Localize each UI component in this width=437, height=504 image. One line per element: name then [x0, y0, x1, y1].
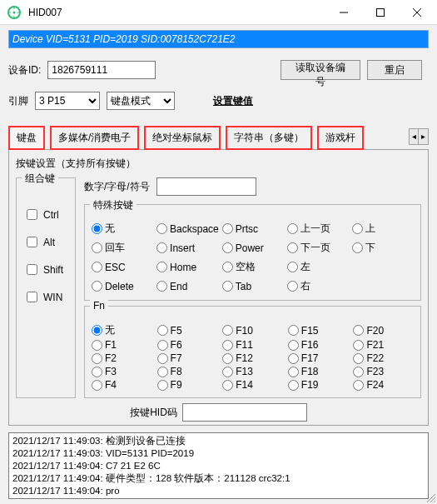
special-radio[interactable]: 左: [287, 260, 349, 274]
fn-radio[interactable]: F14: [222, 379, 283, 391]
special-radio[interactable]: End: [156, 279, 219, 293]
fn-radio[interactable]: F2: [92, 352, 152, 364]
special-radio[interactable]: 下一页: [287, 241, 349, 255]
tabstrip: 键盘 多媒体/消费电子 绝对坐标鼠标 字符串（多键） 游戏杆: [8, 125, 429, 150]
fn-radio[interactable]: F17: [288, 352, 349, 364]
fn-radio[interactable]: F24: [353, 379, 414, 391]
reboot-button[interactable]: 重启: [367, 60, 422, 80]
special-radio[interactable]: Home: [156, 260, 219, 274]
special-radio: [352, 260, 414, 274]
fn-radio[interactable]: F1: [92, 339, 152, 351]
device-id-label: 设备ID:: [8, 63, 41, 77]
fn-radio[interactable]: F3: [92, 366, 152, 377]
special-radio[interactable]: 上一页: [287, 222, 349, 236]
app-icon: [5, 3, 23, 22]
fn-group: Fn 无F5F10F15F20F1F6F11F16F21F2F7F12F17F2…: [84, 306, 421, 398]
fn-radio[interactable]: F18: [288, 366, 349, 377]
modifier-win[interactable]: WIN: [23, 289, 68, 305]
close-button[interactable]: [399, 1, 435, 24]
tab-multimedia[interactable]: 多媒体/消费电子: [50, 126, 139, 150]
fn-radio[interactable]: F16: [288, 339, 349, 351]
special-radio[interactable]: Tab: [222, 279, 284, 293]
modifier-group: 组合键 Ctrl Alt Shift WIN: [16, 177, 76, 398]
special-legend: 特殊按键: [90, 198, 137, 212]
special-radio[interactable]: Backspace: [156, 222, 219, 236]
fn-radio[interactable]: F9: [157, 379, 218, 391]
tab-content: 按键设置（支持所有按键） 组合键 Ctrl Alt Shift WIN 数字/字…: [8, 150, 429, 426]
log-line: 2021/12/17 11:49:03: 检测到设备已连接: [12, 435, 425, 447]
tab-keyboard[interactable]: 键盘: [8, 126, 45, 150]
hid-label: 按键HID码: [130, 406, 177, 420]
window-title: HID007: [28, 7, 62, 18]
fn-radio[interactable]: F4: [92, 379, 152, 391]
pin-mode-row: 引脚 3 P15 键盘模式 设置键值: [8, 92, 429, 110]
char-input[interactable]: [156, 177, 256, 196]
special-radio[interactable]: Power: [222, 241, 284, 255]
modifier-alt[interactable]: Alt: [23, 234, 68, 250]
fn-radio[interactable]: F19: [288, 379, 349, 391]
fn-radio[interactable]: F5: [157, 323, 218, 337]
special-group: 特殊按键 无BackspacePrtsc上一页上回车InsertPower下一页…: [84, 204, 421, 301]
fn-radio[interactable]: F11: [222, 339, 283, 351]
modifier-shift[interactable]: Shift: [23, 262, 68, 277]
special-radio[interactable]: 下: [352, 241, 414, 255]
device-id-row: 设备ID: 读取设备编号 重启: [8, 60, 429, 80]
pin-select[interactable]: 3 P15: [35, 92, 100, 110]
titlebar: HID007: [0, 0, 437, 25]
fn-radio[interactable]: F23: [353, 366, 414, 377]
special-radio[interactable]: Delete: [92, 279, 153, 293]
special-radio[interactable]: 空格: [222, 260, 284, 274]
tab-content-subtitle: 按键设置（支持所有按键）: [16, 157, 421, 171]
device-id-input[interactable]: [47, 61, 156, 79]
special-radio: [352, 279, 414, 293]
fn-radio[interactable]: F15: [288, 323, 349, 337]
modifier-legend: 组合键: [22, 172, 58, 186]
special-radio[interactable]: 回车: [92, 241, 153, 255]
special-radio[interactable]: 无: [92, 222, 153, 236]
special-radio[interactable]: ESC: [92, 260, 153, 274]
log-line: 2021/12/17 11:49:03: VID=5131 PID=2019: [12, 447, 425, 460]
fn-radio[interactable]: 无: [92, 323, 152, 337]
tab-joystick[interactable]: 游戏杆: [317, 126, 364, 150]
tab-region: 键盘 多媒体/消费电子 绝对坐标鼠标 字符串（多键） 游戏杆 ◂ ▸ 按键设置（…: [8, 125, 429, 426]
svg-rect-2: [377, 8, 385, 16]
special-radio[interactable]: Prtsc: [222, 222, 284, 236]
tab-abs-mouse[interactable]: 绝对坐标鼠标: [144, 126, 221, 150]
svg-point-1: [13, 11, 16, 13]
pin-label: 引脚: [8, 94, 28, 108]
hid-input[interactable]: [182, 403, 307, 422]
fn-radio[interactable]: F22: [353, 352, 414, 364]
tab-scroll-right-button[interactable]: ▸: [419, 128, 429, 145]
modifier-ctrl[interactable]: Ctrl: [23, 207, 68, 222]
mode-select[interactable]: 键盘模式: [107, 92, 175, 110]
tab-scroll: ◂ ▸: [409, 128, 429, 145]
resize-grip-icon[interactable]: [425, 492, 435, 502]
log-box[interactable]: 2021/12/17 11:49:03: 检测到设备已连接2021/12/17 …: [8, 432, 429, 499]
fn-radio[interactable]: F21: [353, 339, 414, 351]
maximize-button[interactable]: [362, 1, 399, 24]
fn-radio[interactable]: F6: [157, 339, 218, 351]
tab-string[interactable]: 字符串（多键）: [226, 126, 312, 150]
fn-radio[interactable]: F8: [157, 366, 218, 377]
fn-legend: Fn: [90, 300, 108, 312]
read-device-id-button[interactable]: 读取设备编号: [281, 60, 360, 80]
char-input-row: 数字/字母/符号: [84, 177, 421, 196]
fn-radio[interactable]: F20: [353, 323, 414, 337]
set-value-link[interactable]: 设置键值: [213, 94, 253, 108]
special-radio[interactable]: 右: [287, 279, 349, 293]
fn-radio[interactable]: F10: [222, 323, 283, 337]
tab-scroll-left-button[interactable]: ◂: [409, 128, 419, 145]
log-line: 2021/12/17 11:49:04: pro: [12, 485, 425, 497]
fn-radio[interactable]: F7: [157, 352, 218, 364]
log-line: 2021/12/17 11:49:04: 硬件类型：128 软件版本：21112…: [12, 472, 425, 485]
special-radio[interactable]: 上: [352, 222, 414, 236]
minimize-button[interactable]: [325, 1, 362, 24]
log-line: 2021/12/17 11:49:04: C7 21 E2 6C: [12, 460, 425, 472]
client-area: Device VID=5131 PID=2019 SID:0078152C721…: [0, 25, 437, 502]
fn-radio[interactable]: F12: [222, 352, 283, 364]
device-banner: Device VID=5131 PID=2019 SID:0078152C721…: [8, 30, 429, 48]
char-input-label: 数字/字母/符号: [84, 180, 150, 194]
fn-radio[interactable]: F13: [222, 366, 283, 377]
hid-row: 按键HID码: [16, 403, 421, 422]
special-radio[interactable]: Insert: [156, 241, 219, 255]
